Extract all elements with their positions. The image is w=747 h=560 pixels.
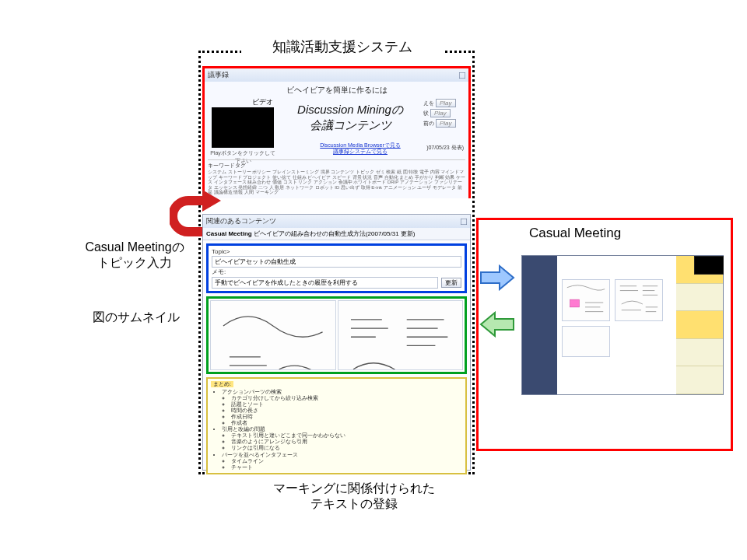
related-titlebar: 関連のあるコンテンツ bbox=[203, 215, 470, 228]
summary-subitem: テキスト引用と違いどこまで同一かわからない bbox=[231, 432, 462, 439]
minutes-window: 議事録 ビヘイビアを簡単に作るには ビデオ Playボタンをクリックして下さい … bbox=[202, 66, 471, 198]
label-text-registration: マーキングに関係付けられたテキストの登録 bbox=[233, 481, 475, 512]
summary-subitem: タイムライン bbox=[231, 458, 462, 464]
cm-sidebar bbox=[522, 256, 557, 394]
overlay-line2: 会議コンテンツ bbox=[310, 118, 391, 131]
summary-item: アクションパーツの検索カテゴリ分けしてから絞り込み検索話題とソート時間の長さ作成… bbox=[222, 389, 462, 426]
label-topic-input: Casual Meetingのトピック入力 bbox=[68, 240, 201, 271]
diagram-title: 知識活動支援システム bbox=[241, 37, 444, 56]
related-titlebar-label: 関連のあるコンテンツ bbox=[206, 216, 276, 226]
play-button-group: えを Play 状 Play 前の Play bbox=[423, 99, 465, 128]
play-row-label: 前の bbox=[423, 120, 434, 128]
subtitle-prefix: Casual Meeting bbox=[206, 230, 252, 237]
related-content-window: 関連のあるコンテンツ Casual Meeting ビヘイビアの組み合わせの自動… bbox=[202, 214, 471, 471]
summary-subitem: リンクは引用になる bbox=[231, 445, 462, 451]
overlay-line1: Discussion Miningの bbox=[297, 103, 403, 116]
summary-item: 引用と改編の問題テキスト引用と違いどこまで同一かわからない音楽のようにアレンジな… bbox=[222, 426, 462, 451]
published-date: )07/05/23 発表) bbox=[426, 144, 464, 152]
overlay-caption: Discussion Miningの 会議コンテンツ bbox=[276, 102, 424, 132]
topic-input-box: Topic> ビヘイビアセットの自動生成 メモ: 手動でビヘイビアを作成したとき… bbox=[206, 243, 467, 293]
summary-subitem: 作成日時 bbox=[231, 414, 462, 420]
minutes-titlebar: 議事録 bbox=[205, 68, 468, 82]
cm-canvas bbox=[557, 256, 676, 394]
casual-meeting-label: Casual Meeting bbox=[529, 226, 621, 241]
summary-subitem: チャート bbox=[231, 464, 462, 471]
window-control-icon[interactable] bbox=[461, 219, 467, 225]
keyword-header: キーワードタグ bbox=[208, 162, 465, 170]
summary-item: パーツを並べるインタフェースタイムラインチャート bbox=[222, 452, 462, 471]
minutes-titlebar-label: 議事録 bbox=[208, 70, 229, 80]
window-control-icon[interactable] bbox=[459, 72, 465, 79]
svg-rect-7 bbox=[570, 299, 580, 307]
play-row-label: えを bbox=[423, 100, 434, 107]
summary-header: まとめ: bbox=[211, 381, 233, 387]
link-minutes-system[interactable]: 議事録システムで見る bbox=[298, 149, 423, 155]
cm-video-thumb bbox=[694, 256, 724, 275]
update-button[interactable]: 更新 bbox=[441, 278, 461, 288]
svg-marker-1 bbox=[202, 190, 221, 212]
minutes-heading: ビヘイビアを簡単に作るには bbox=[208, 85, 465, 96]
label-thumbnail: 図のサムネイル bbox=[74, 310, 198, 325]
subtitle-text: ビヘイビアの組み合わせの自動生成方法(2007/05/31 更新) bbox=[254, 230, 416, 237]
video-label: ビデオ bbox=[208, 97, 278, 107]
summary-list: アクションパーツの検索カテゴリ分けしてから絞り込み検索話題とソート時間の長さ作成… bbox=[211, 389, 462, 471]
summary-box: まとめ: アクションパーツの検索カテゴリ分けしてから絞り込み検索話題とソート時間… bbox=[206, 377, 467, 474]
summary-subitem: カテゴリ分けしてから絞り込み検索 bbox=[231, 395, 462, 401]
memo-field[interactable]: 手動でビヘイビアを作成したときの履歴を利用する bbox=[212, 277, 438, 289]
summary-subitem: 話題とソート bbox=[231, 401, 462, 408]
memo-label: メモ: bbox=[212, 268, 461, 276]
summary-subitem: 作成者 bbox=[231, 420, 462, 426]
sketch-thumbnail[interactable] bbox=[210, 300, 336, 370]
keyword-section: キーワードタグ システム ストーリー ポリシー ブレインストーミング 境界 コン… bbox=[208, 159, 465, 195]
play-button[interactable]: Play bbox=[436, 99, 456, 107]
play-row-label: 状 bbox=[423, 110, 429, 117]
sketch-thumbnail[interactable] bbox=[338, 300, 464, 370]
svg-rect-2 bbox=[461, 219, 467, 225]
external-links: Discussion Media Browserで見る 議事録システムで見る bbox=[298, 142, 423, 154]
casual-meeting-screenshot bbox=[521, 255, 724, 395]
video-placeholder[interactable] bbox=[212, 107, 274, 148]
summary-subitem: 時間の長さ bbox=[231, 408, 462, 414]
play-button[interactable]: Play bbox=[430, 109, 451, 117]
thumbnail-area bbox=[206, 296, 467, 374]
topic-field[interactable]: ビヘイビアセットの自動生成 bbox=[212, 256, 461, 268]
related-subtitle: Casual Meeting ビヘイビアの組み合わせの自動生成方法(2007/0… bbox=[203, 228, 470, 240]
topic-label: Topic> bbox=[212, 248, 461, 255]
play-button[interactable]: Play bbox=[436, 119, 456, 128]
svg-rect-0 bbox=[459, 72, 465, 79]
cm-right-panels bbox=[676, 256, 723, 394]
summary-subitem: 音楽のようにアレンジなら引用 bbox=[231, 439, 462, 445]
link-discussion-browser[interactable]: Discussion Media Browserで見る bbox=[298, 142, 423, 149]
keyword-cloud: システム ストーリー ポリシー ブレインストーミング 境界 コンテンツ トピック… bbox=[208, 170, 465, 195]
video-frame: ビデオ Playボタンをクリックして下さい bbox=[208, 97, 278, 165]
